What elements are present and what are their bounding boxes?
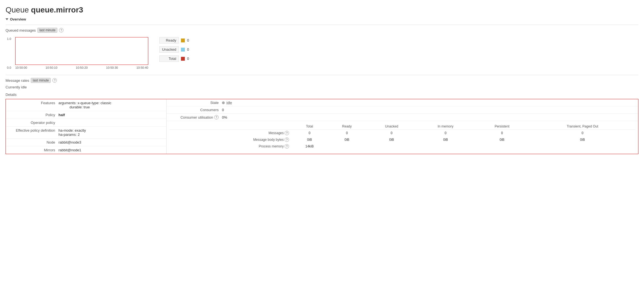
legend-ready: Ready 0 bbox=[159, 37, 189, 44]
mirrors-row: Mirrors rabbit@node1 bbox=[6, 146, 166, 154]
messages-total: 0 bbox=[292, 130, 327, 137]
process-mem-label: Process memory ? bbox=[169, 143, 292, 150]
consumer-util-key: Consumer utilisation ? bbox=[169, 115, 222, 119]
node-row: Node rabbit@node3 bbox=[6, 139, 166, 146]
policy-val: half bbox=[58, 113, 65, 117]
msg-body-help[interactable]: ? bbox=[285, 137, 289, 142]
messages-persistent: 0 bbox=[474, 130, 530, 137]
details-left-panel: Features arguments: x-queue-type: classi… bbox=[6, 99, 167, 154]
details-right-panel: State idle Consumers 0 Consumer utilisat… bbox=[167, 99, 638, 154]
consumers-key: Consumers bbox=[169, 108, 222, 112]
state-key: State bbox=[169, 101, 222, 105]
currently-idle: Currently idle bbox=[6, 85, 638, 89]
stats-table: Total Ready Unacked In memory Persistent… bbox=[169, 123, 635, 150]
legend-total: Total 0 bbox=[159, 55, 189, 62]
state-val: idle bbox=[222, 101, 232, 105]
operator-policy-key: Operator policy bbox=[9, 121, 58, 125]
process-mem-empty1 bbox=[327, 143, 367, 150]
consumer-util-val: 0% bbox=[222, 115, 227, 119]
th-transient: Transient, Paged Out bbox=[530, 123, 635, 130]
unacked-label: Unacked bbox=[159, 46, 179, 53]
total-value: 0 bbox=[187, 57, 189, 61]
msg-body-total: 0iB bbox=[292, 136, 327, 143]
overview-header: Overview bbox=[6, 17, 638, 21]
total-color-box bbox=[181, 57, 185, 61]
unacked-value: 0 bbox=[187, 47, 189, 52]
msg-body-in-memory: 0iB bbox=[416, 136, 474, 143]
msg-body-transient: 0iB bbox=[530, 136, 635, 143]
messages-unacked: 0 bbox=[367, 130, 417, 137]
process-mem-empty2 bbox=[367, 143, 417, 150]
features-key: Features bbox=[9, 101, 58, 105]
chart-box bbox=[15, 37, 148, 65]
divider-2 bbox=[6, 75, 638, 75]
chart-wrapper: 1.0 0.0 10:50:00 10:50:10 10:50:20 10:50… bbox=[15, 37, 148, 69]
policy-key: Policy bbox=[9, 113, 58, 117]
ready-value: 0 bbox=[187, 38, 189, 42]
th-total: Total bbox=[292, 123, 327, 130]
policy-row: Policy half bbox=[6, 111, 166, 119]
mirrors-val: rabbit@node1 bbox=[58, 148, 81, 152]
effective-policy-row: Effective policy definition ha-mode: exa… bbox=[6, 127, 166, 139]
details-label: Details bbox=[6, 93, 638, 97]
process-mem-help[interactable]: ? bbox=[285, 144, 289, 149]
effective-policy-val: ha-mode: exactly ha-params: 2 bbox=[58, 128, 86, 137]
messages-row: Messages ? 0 0 0 0 0 0 bbox=[169, 130, 635, 137]
message-rates-section: Message rates last minute ? Currently id… bbox=[6, 78, 638, 89]
chart-area: 1.0 0.0 10:50:00 10:50:10 10:50:20 10:50… bbox=[6, 34, 148, 69]
chevron-icon bbox=[6, 18, 8, 20]
page-title: Queue queue.mirror3 bbox=[6, 6, 638, 14]
queued-messages-help[interactable]: ? bbox=[59, 28, 63, 32]
chart-y-labels: 1.0 0.0 bbox=[7, 37, 11, 69]
chart-container: 1.0 0.0 10:50:00 10:50:10 10:50:20 10:50… bbox=[15, 37, 148, 69]
messages-help[interactable]: ? bbox=[285, 131, 289, 135]
message-rates-label: Message rates last minute ? bbox=[6, 78, 638, 83]
messages-in-memory: 0 bbox=[416, 130, 474, 137]
messages-transient: 0 bbox=[530, 130, 635, 137]
consumer-util-row: Consumer utilisation ? 0% bbox=[167, 114, 638, 121]
legend-unacked: Unacked 0 bbox=[159, 46, 189, 53]
stats-header-row: Total Ready Unacked In memory Persistent… bbox=[169, 123, 635, 130]
details-panel: Features arguments: x-queue-type: classi… bbox=[6, 99, 638, 154]
queued-messages-label: Queued messages last minute ? bbox=[6, 28, 638, 33]
effective-policy-key: Effective policy definition bbox=[9, 128, 58, 132]
state-dot-icon bbox=[222, 101, 225, 104]
consumers-val: 0 bbox=[222, 108, 224, 112]
features-row: Features arguments: x-queue-type: classi… bbox=[6, 99, 166, 111]
unacked-color-box bbox=[181, 48, 185, 52]
msg-body-ready: 0iB bbox=[327, 136, 367, 143]
mirrors-key: Mirrors bbox=[9, 148, 58, 152]
message-rates-badge[interactable]: last minute bbox=[31, 78, 51, 83]
chart-legend: Ready 0 Unacked 0 Total 0 bbox=[159, 34, 189, 62]
process-mem-empty5 bbox=[530, 143, 635, 150]
stats-table-container: Total Ready Unacked In memory Persistent… bbox=[167, 121, 638, 151]
node-val: rabbit@node3 bbox=[58, 140, 81, 144]
th-unacked: Unacked bbox=[367, 123, 417, 130]
msg-body-unacked: 0iB bbox=[367, 136, 417, 143]
message-rates-help[interactable]: ? bbox=[52, 78, 57, 83]
stats-label-col bbox=[169, 123, 292, 130]
chart-x-labels: 10:50:00 10:50:10 10:50:20 10:50:30 10:5… bbox=[15, 66, 148, 69]
messages-ready: 0 bbox=[327, 130, 367, 137]
process-mem-empty3 bbox=[416, 143, 474, 150]
th-persistent: Persistent bbox=[474, 123, 530, 130]
th-in-memory: In memory bbox=[416, 123, 474, 130]
operator-policy-row: Operator policy bbox=[6, 119, 166, 127]
total-label: Total bbox=[159, 55, 179, 62]
divider-1 bbox=[6, 25, 638, 25]
time-range-badge[interactable]: last minute bbox=[37, 28, 57, 33]
ready-color-box bbox=[181, 39, 185, 42]
process-mem-empty4 bbox=[474, 143, 530, 150]
consumers-row: Consumers 0 bbox=[167, 106, 638, 114]
messages-label: Messages ? bbox=[169, 130, 292, 137]
state-row: State idle bbox=[167, 99, 638, 106]
queued-messages-chart-row: 1.0 0.0 10:50:00 10:50:10 10:50:20 10:50… bbox=[6, 34, 638, 69]
ready-label: Ready bbox=[159, 37, 179, 44]
msg-body-persistent: 0iB bbox=[474, 136, 530, 143]
th-ready: Ready bbox=[327, 123, 367, 130]
consumer-util-help[interactable]: ? bbox=[214, 115, 219, 119]
process-mem-row: Process memory ? 14kiB bbox=[169, 143, 635, 150]
features-val: arguments: x-queue-type: classic durable… bbox=[58, 101, 111, 109]
msg-body-label: Message body bytes ? bbox=[169, 136, 292, 143]
process-mem-val: 14kiB bbox=[292, 143, 327, 150]
